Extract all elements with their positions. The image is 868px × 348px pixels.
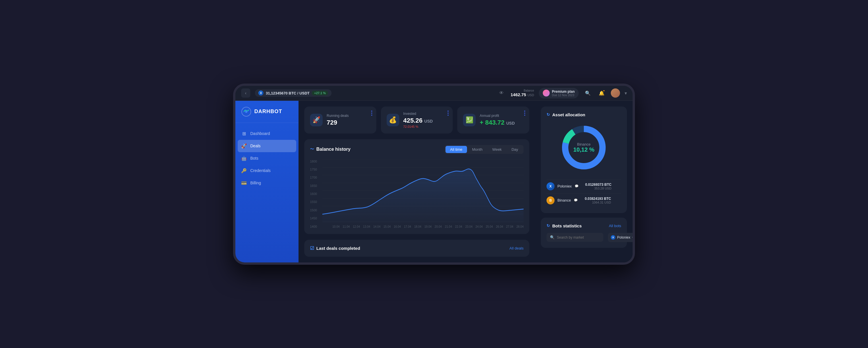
invested-sub: 72.0145 % bbox=[403, 125, 447, 128]
allocation-title-text: Asset allocation bbox=[552, 112, 585, 117]
stat-card-running-deals: 🚀 Running deals 729 bbox=[304, 107, 376, 134]
stat-dots-1 bbox=[371, 111, 372, 116]
sidebar-item-billing[interactable]: 💳 Billing bbox=[236, 177, 299, 189]
deals-check-icon: ☑ bbox=[310, 245, 314, 251]
chart-y-labels: 1800 1750 1700 1650 1600 1550 1500 1450 … bbox=[310, 160, 320, 228]
exchange-right-binance: 0.03824193 BTC 1064.31 USD bbox=[585, 197, 611, 204]
premium-badge: Premium plan Due 12 Nov 2023 bbox=[539, 88, 579, 98]
exchange-row-poloniex: X Poloniex 💬 0.01269373 BTC 353.28 USD bbox=[547, 179, 621, 193]
profit-info: Annual profit + 843.72 USD bbox=[479, 114, 524, 126]
all-deals-link[interactable]: All deals bbox=[509, 246, 524, 250]
ticker-icon: X bbox=[258, 90, 264, 96]
sidebar-item-dashboard[interactable]: ⊞ Dashboard bbox=[236, 127, 299, 140]
chart-title-icon: 〜 bbox=[310, 147, 314, 152]
bots-statistics-section: ↻ Bots statistics All bots 🔍 X Poloniex … bbox=[541, 218, 627, 248]
top-bar: ‹ X 31,12345670 BTC / USDT +27.1 % 👁 Bal… bbox=[236, 86, 632, 101]
asset-allocation-title: ↻ Asset allocation bbox=[547, 112, 621, 117]
chart-header: 〜 Balance history All time Month Week Da… bbox=[310, 145, 524, 154]
exchange-right-poloniex: 0.01269373 BTC 353.28 USD bbox=[585, 183, 611, 190]
poloniex-name: Poloniex bbox=[557, 184, 572, 188]
sidebar-item-credentials[interactable]: 🔑 Credentials bbox=[236, 165, 299, 177]
donut-value: 10,12 % bbox=[573, 146, 594, 153]
main-layout: DARHBOT ⊞ Dashboard 🚀 Deals 🤖 Bots 🔑 Cre bbox=[236, 101, 632, 262]
sidebar-nav: ⊞ Dashboard 🚀 Deals 🤖 Bots 🔑 Credentials… bbox=[236, 123, 299, 194]
sidebar-item-label: Dashboard bbox=[250, 131, 270, 136]
deals-title-text: Last deals completed bbox=[316, 246, 360, 251]
sidebar-item-label: Deals bbox=[250, 144, 260, 148]
exchange-left-poloniex: X Poloniex 💬 bbox=[547, 182, 579, 191]
donut-container: Binance 10,12 % bbox=[547, 122, 621, 173]
premium-sub: Due 12 Nov 2023 bbox=[552, 94, 575, 97]
exchange-filter[interactable]: X Poloniex ▾ bbox=[608, 233, 635, 242]
profit-value: + 843.72 USD bbox=[479, 119, 524, 126]
search-bar[interactable]: 🔍 bbox=[547, 233, 603, 242]
allocation-title-icon: ↻ bbox=[547, 112, 550, 117]
tab-day[interactable]: Day bbox=[507, 146, 523, 153]
search-icon: 🔍 bbox=[550, 235, 555, 239]
content-area: 🚀 Running deals 729 💰 bbox=[299, 101, 535, 262]
invested-icon: 💰 bbox=[389, 116, 397, 124]
search-input[interactable] bbox=[557, 235, 600, 239]
chevron-down-icon: ▾ bbox=[632, 235, 634, 239]
chart-x-labels: 10.04 11.04 12.04 13.04 14.04 15.04 16.0… bbox=[322, 225, 524, 228]
ticker-change: +27.1 % bbox=[312, 91, 328, 95]
ticker-pair: 31,12345670 BTC / USDT bbox=[266, 91, 309, 95]
deals-icon: 🚀 bbox=[241, 143, 247, 149]
donut-center: Binance 10,12 % bbox=[573, 142, 594, 153]
stat-dots-2 bbox=[447, 111, 448, 116]
invested-label: Invested bbox=[403, 112, 447, 116]
binance-chat-icon: 💬 bbox=[574, 198, 578, 202]
sidebar-logo: DARHBOT bbox=[236, 107, 299, 123]
balance-display: Balance 1462.75 USD bbox=[510, 89, 534, 97]
sidebar: DARHBOT ⊞ Dashboard 🚀 Deals 🤖 Bots 🔑 Cre bbox=[236, 101, 299, 262]
dashboard-icon: ⊞ bbox=[241, 131, 247, 136]
stat-dots-3 bbox=[524, 111, 525, 116]
stat-card-invested: 💰 Invested 425.26 USD 72.0145 % bbox=[381, 107, 453, 134]
billing-icon: 💳 bbox=[241, 180, 247, 186]
balance-label: Balance bbox=[510, 89, 534, 92]
poloniex-usd: 353.28 USD bbox=[585, 186, 611, 190]
premium-label: Premium plan bbox=[552, 90, 575, 94]
donut-label: Binance bbox=[573, 142, 594, 146]
logo-icon bbox=[241, 107, 251, 117]
premium-avatar bbox=[543, 90, 550, 96]
device-frame: ‹ X 31,12345670 BTC / USDT +27.1 % 👁 Bal… bbox=[233, 84, 635, 265]
chart-content: 1800 1750 1700 1650 1600 1550 1500 1450 … bbox=[310, 160, 524, 228]
chart-title-text: Balance history bbox=[316, 147, 350, 152]
bots-header: ↻ Bots statistics All bots bbox=[547, 223, 621, 228]
profit-label: Annual profit bbox=[479, 114, 524, 118]
bots-title-icon: ↻ bbox=[547, 223, 550, 228]
exchange-left-binance: B Binance 💬 bbox=[547, 196, 578, 204]
chart-title: 〜 Balance history bbox=[310, 147, 350, 152]
search-button[interactable]: 🔍 bbox=[583, 88, 592, 98]
running-deals-icon: 🚀 bbox=[313, 116, 320, 124]
balance-currency: USD bbox=[527, 93, 534, 97]
sidebar-item-bots[interactable]: 🤖 Bots bbox=[236, 152, 299, 165]
bots-filter-row: 🔍 X Poloniex ▾ bbox=[547, 233, 621, 242]
sidebar-item-label: Bots bbox=[250, 156, 258, 161]
filter-exchange-label: Poloniex bbox=[617, 235, 630, 239]
notification-dot bbox=[603, 90, 605, 92]
bots-title-text: Bots statistics bbox=[552, 223, 582, 228]
notification-button[interactable]: 🔔 bbox=[597, 88, 606, 98]
premium-info: Premium plan Due 12 Nov 2023 bbox=[552, 90, 575, 97]
right-panel: ↻ Asset allocation Bin bbox=[535, 101, 632, 262]
back-button[interactable]: ‹ bbox=[241, 88, 250, 98]
running-deals-label: Running deals bbox=[327, 114, 371, 118]
avatar[interactable] bbox=[611, 88, 620, 98]
tab-month[interactable]: Month bbox=[468, 146, 487, 153]
invested-value: 425.26 USD bbox=[403, 117, 447, 124]
invested-info: Invested 425.26 USD 72.0145 % bbox=[403, 112, 447, 128]
stats-row: 🚀 Running deals 729 💰 bbox=[304, 107, 529, 134]
binance-btc: 0.03824193 BTC bbox=[585, 197, 611, 201]
tab-week[interactable]: Week bbox=[488, 146, 506, 153]
binance-icon: B bbox=[547, 196, 555, 204]
running-deals-icon-wrap: 🚀 bbox=[310, 114, 322, 126]
user-menu-chevron[interactable]: ▾ bbox=[625, 90, 627, 96]
all-bots-link[interactable]: All bots bbox=[609, 224, 621, 228]
tab-all-time[interactable]: All time bbox=[445, 146, 467, 153]
eye-icon[interactable]: 👁 bbox=[497, 88, 506, 98]
balance-amount: 1462.75 bbox=[510, 92, 526, 97]
sidebar-item-label: Credentials bbox=[250, 168, 271, 173]
sidebar-item-deals[interactable]: 🚀 Deals bbox=[238, 140, 296, 152]
